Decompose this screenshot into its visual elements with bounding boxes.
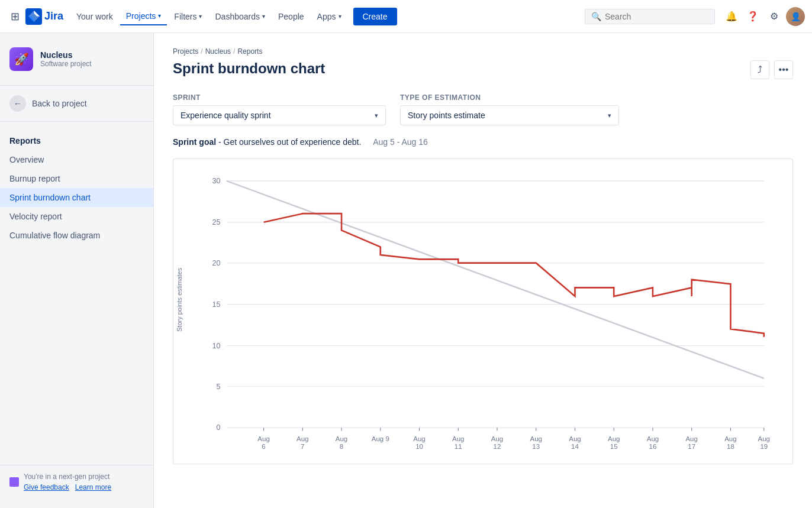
svg-text:Aug: Aug — [685, 435, 697, 442]
logo[interactable]: Jira — [25, 8, 63, 25]
page-title: Sprint burndown chart — [173, 60, 325, 77]
svg-text:10: 10 — [212, 342, 221, 350]
svg-text:Aug: Aug — [724, 435, 736, 442]
back-to-project[interactable]: ← Back to project — [0, 90, 153, 117]
sprint-goal: Sprint goal - Get ourselves out of exper… — [173, 137, 793, 147]
nav-people[interactable]: People — [272, 8, 310, 25]
create-button[interactable]: Create — [353, 8, 397, 25]
svg-text:Aug: Aug — [491, 435, 503, 442]
jira-logo-icon — [25, 8, 42, 25]
topnav-nav: Your work Projects ▾ Filters ▾ Dashboard… — [70, 8, 582, 25]
page-header: Sprint burndown chart ⤴ ••• — [173, 60, 793, 79]
estimation-chevron-icon: ▾ — [608, 112, 611, 119]
topnav: ⊞ Jira Your work Projects ▾ Filters ▾ Da… — [0, 0, 812, 33]
nav-apps[interactable]: Apps ▾ — [311, 8, 347, 25]
filters-row: Sprint Experience quality sprint ▾ Type … — [173, 93, 793, 125]
estimation-filter-group: Type of estimation Story points estimate… — [400, 93, 619, 125]
project-indicator — [9, 477, 19, 487]
project-name: Nucleus — [40, 50, 92, 60]
learn-more-link[interactable]: Learn more — [75, 483, 111, 491]
svg-text:Aug: Aug — [647, 435, 659, 442]
sprint-filter-select[interactable]: Experience quality sprint ▾ — [173, 105, 386, 125]
svg-text:16: 16 — [649, 443, 657, 450]
svg-text:6: 6 — [262, 443, 265, 450]
estimation-filter-value: Story points estimate — [408, 111, 485, 120]
nav-filters[interactable]: Filters ▾ — [168, 8, 208, 25]
y-axis-label: Story points estimates — [176, 169, 183, 431]
project-type: Software project — [40, 60, 92, 68]
svg-text:17: 17 — [688, 443, 695, 450]
help-button[interactable]: ❓ — [743, 7, 762, 26]
svg-text:19: 19 — [760, 443, 768, 450]
sidebar-item-overview[interactable]: Overview — [0, 150, 153, 169]
svg-text:Aug: Aug — [336, 435, 347, 442]
settings-button[interactable]: ⚙ — [765, 7, 784, 26]
breadcrumb: Projects / Nucleus / Reports — [173, 47, 793, 56]
apps-chevron-icon: ▾ — [339, 13, 341, 20]
topnav-icons: 🔔 ❓ ⚙ 👤 — [722, 7, 805, 26]
svg-text:11: 11 — [455, 443, 462, 450]
estimation-filter-select[interactable]: Story points estimate ▾ — [400, 105, 619, 125]
svg-text:Aug: Aug — [758, 435, 770, 442]
nav-dashboards[interactable]: Dashboards ▾ — [209, 8, 271, 25]
sidebar-item-cumulative-flow[interactable]: Cumulative flow diagram — [0, 226, 153, 245]
breadcrumb-reports[interactable]: Reports — [237, 47, 262, 56]
logo-text: Jira — [44, 10, 63, 22]
search-box[interactable]: 🔍 — [585, 9, 715, 24]
footer-links: You're in a next-gen project Give feedba… — [24, 473, 111, 491]
back-icon: ← — [9, 95, 26, 112]
svg-text:Aug: Aug — [608, 435, 620, 442]
search-input[interactable] — [605, 12, 708, 21]
svg-line-56 — [227, 181, 764, 378]
dashboards-chevron-icon: ▾ — [262, 13, 265, 20]
layout: 🚀 Nucleus Software project ← Back to pro… — [0, 33, 812, 508]
project-info: Nucleus Software project — [40, 50, 92, 68]
sprint-filter-value: Experience quality sprint — [181, 111, 271, 120]
more-options-button[interactable]: ••• — [774, 60, 793, 79]
estimation-filter-label: Type of estimation — [400, 93, 619, 102]
svg-text:8: 8 — [340, 443, 343, 450]
svg-text:Aug: Aug — [257, 435, 269, 442]
sidebar-divider-2 — [0, 121, 153, 122]
svg-text:30: 30 — [212, 177, 221, 185]
svg-text:0: 0 — [217, 423, 221, 432]
chart-container: Story points estimates — [173, 158, 793, 464]
sprint-chevron-icon: ▾ — [375, 112, 378, 119]
breadcrumb-sep-2: / — [233, 47, 235, 56]
svg-text:14: 14 — [571, 443, 579, 450]
sprint-goal-text: Get ourselves out of experience debt. — [224, 137, 362, 147]
sidebar-item-sprint-burndown[interactable]: Sprint burndown chart — [0, 188, 153, 207]
svg-text:15: 15 — [610, 443, 618, 450]
nav-your-work[interactable]: Your work — [70, 8, 119, 25]
svg-text:7: 7 — [301, 443, 304, 450]
main-content: Projects / Nucleus / Reports Sprint burn… — [154, 33, 812, 508]
nav-projects[interactable]: Projects ▾ — [120, 8, 167, 25]
sidebar-item-velocity[interactable]: Velocity report — [0, 207, 153, 226]
svg-text:Aug 9: Aug 9 — [372, 435, 389, 442]
notifications-button[interactable]: 🔔 — [722, 7, 741, 26]
page-actions: ⤴ ••• — [750, 60, 793, 79]
svg-text:10: 10 — [415, 443, 423, 450]
project-icon: 🚀 — [9, 47, 33, 71]
burndown-chart: 0 5 10 15 20 25 30 — [183, 169, 783, 452]
more-icon: ••• — [779, 64, 789, 75]
give-feedback-link[interactable]: Give feedback — [24, 483, 69, 491]
sidebar-project: 🚀 Nucleus Software project — [0, 43, 153, 80]
breadcrumb-sep-1: / — [201, 47, 202, 56]
svg-text:20: 20 — [212, 259, 221, 267]
share-button[interactable]: ⤴ — [750, 60, 769, 79]
sprint-filter-group: Sprint Experience quality sprint ▾ — [173, 93, 386, 125]
sprint-goal-date: Aug 5 - Aug 16 — [373, 137, 428, 147]
main-inner: Projects / Nucleus / Reports Sprint burn… — [154, 33, 812, 478]
sidebar-section-title: Reports — [0, 127, 153, 150]
breadcrumb-projects[interactable]: Projects — [173, 47, 198, 56]
sidebar-item-burnup[interactable]: Burnup report — [0, 169, 153, 188]
search-icon: 🔍 — [591, 12, 601, 21]
svg-text:Aug: Aug — [530, 435, 542, 442]
projects-chevron-icon: ▾ — [158, 12, 161, 19]
grid-icon[interactable]: ⊞ — [7, 7, 23, 27]
avatar[interactable]: 👤 — [786, 7, 805, 26]
breadcrumb-nucleus[interactable]: Nucleus — [205, 47, 231, 56]
sprint-filter-label: Sprint — [173, 93, 386, 102]
svg-text:Aug: Aug — [452, 435, 464, 442]
